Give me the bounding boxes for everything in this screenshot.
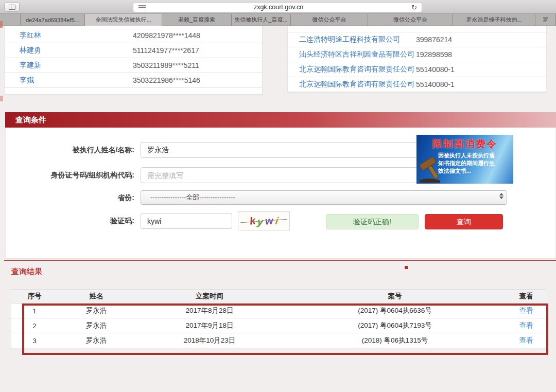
tab-bar: de24a7ad69384ef5... 全国法院失信被执行... 老赖_百度搜索…: [0, 14, 556, 26]
annotation-edge-mark: [0, 96, 3, 101]
result-row: 2 罗永浩 2017年9月18日 (2017) 粤0604执7193号 查看: [11, 318, 547, 333]
person-name-link[interactable]: 李建新: [20, 61, 41, 70]
result-row: 3 罗永浩 2018年10月23日 (2018) 粤06执1315号 查看: [11, 333, 547, 348]
name-input[interactable]: [141, 142, 421, 158]
company-name-link[interactable]: 北京远翰国际教育咨询有限责任公司: [299, 80, 414, 89]
view-link[interactable]: 查看: [519, 336, 533, 344]
person-id: 3503211989****5211: [133, 61, 199, 69]
result-name: 罗永浩: [58, 306, 135, 315]
tab-wechat-2[interactable]: 微信公众平台: [368, 14, 453, 26]
captcha-input[interactable]: [141, 213, 232, 229]
column-header-seq: 序号: [11, 292, 58, 301]
result-date: 2018年10月23日: [135, 336, 284, 345]
result-date: 2017年8月28日: [135, 306, 284, 315]
result-name: 罗永浩: [58, 321, 135, 330]
result-case: (2017) 粤0604执6636号: [284, 306, 506, 315]
results-table: 序号 姓名 立案时间 案号 查看 1 罗永浩 2017年8月28日 (2017)…: [11, 289, 547, 348]
tab-shixin-baidu[interactable]: 失信被执行人_百度...: [232, 14, 291, 26]
url-text: zxgk.court.gov.cn: [146, 4, 411, 11]
company-code: 192898598: [416, 50, 452, 59]
result-name: 罗永浩: [58, 336, 135, 345]
person-list-card: 李红林 4209821978****1448 林建勇 5111241977***…: [4, 26, 263, 95]
column-header-name: 姓名: [58, 292, 135, 301]
company-code: 55140080-1: [416, 80, 455, 88]
company-list-card: 阿坝州富司保源有限公司 71815208-3 712-3 二连浩特明途工程科技有…: [287, 26, 547, 93]
captcha-noise-line: [240, 219, 287, 223]
company-code: 399876214: [416, 35, 452, 44]
annotation-edge-mark: [0, 21, 3, 28]
table-row-clipped: 阿坝州富司保源有限公司 71815208-3 712-3: [288, 26, 546, 32]
person-id: 5111241977****2617: [133, 46, 199, 55]
company-name-link[interactable]: 阿坝州富司保源有限公司: [299, 26, 378, 27]
result-seq: 1: [11, 307, 58, 315]
tab-laolai-baidu[interactable]: 老赖_百度搜索: [162, 14, 232, 26]
table-row: 二连浩特明途工程科技有限公司 399876214: [288, 32, 546, 47]
person-id: 4209821978****1448: [133, 31, 200, 40]
captcha-letter: i: [274, 215, 279, 227]
annotation-dot: [405, 266, 408, 269]
company-name-link[interactable]: 北京远翰国际教育咨询有限责任公司: [299, 65, 414, 74]
person-id: 3503221986****5146: [133, 76, 200, 84]
sidebar-toggle-button[interactable]: [4, 2, 20, 12]
tab-hash-page[interactable]: de24a7ad69384ef5...: [21, 14, 85, 26]
captcha-letter: y: [257, 216, 264, 228]
person-name-link[interactable]: 李红林: [20, 31, 41, 40]
browser-titlebar: zxgk.court.gov.cn ↻: [0, 0, 556, 14]
id-field-label: 身份证号码/组织机构代码:: [6, 167, 134, 183]
gavel-icon: [418, 154, 444, 183]
captcha-field-label: 验证码:: [6, 213, 134, 229]
result-date: 2017年9月18日: [135, 321, 284, 330]
column-header-date: 立案时间: [135, 292, 284, 301]
company-name-link[interactable]: 汕头经济特区吉祥利园食品有限公司: [299, 50, 414, 59]
person-name-link[interactable]: 李娥: [20, 76, 34, 85]
annotation-line: [4, 260, 556, 261]
table-row: 林建勇 5111241977****2617: [5, 43, 262, 58]
result-seq: 3: [11, 337, 58, 345]
sidebar-icon: [9, 5, 15, 10]
column-header-view: 查看: [506, 292, 547, 301]
query-button[interactable]: 查询: [425, 214, 503, 229]
table-row: 汕头经济特区吉祥利园食品有限公司 192898598: [288, 47, 546, 62]
province-selected-value: ----------------全部----------------: [150, 193, 235, 202]
captcha-image[interactable]: k y w i: [238, 211, 290, 230]
tab-luoyonghao-article[interactable]: 罗永浩是锤子科技的...: [453, 14, 535, 26]
results-header-row: 序号 姓名 立案时间 案号 查看: [11, 289, 547, 304]
province-field-label: 省份:: [6, 190, 134, 205]
result-case: (2017) 粤0604执7193号: [284, 321, 506, 330]
tab-zxgk-court-active[interactable]: 全国法院失信被执行...: [85, 14, 162, 26]
restriction-order-banner[interactable]: 限制高消费令 因被执行人未按执行通 知书指定的期间履行生 效法律文书...: [416, 135, 513, 184]
view-link[interactable]: 查看: [519, 307, 533, 314]
result-case: (2018) 粤06执1315号: [284, 336, 506, 345]
query-conditions-header: 查询条件: [5, 112, 556, 128]
province-select[interactable]: ----------------全部----------------: [141, 190, 507, 205]
table-row: 李红林 4209821978****1448: [5, 28, 262, 43]
table-row: 李建新 3503211989****5211: [5, 58, 262, 73]
address-bar[interactable]: zxgk.court.gov.cn ↻: [133, 2, 422, 12]
refresh-icon[interactable]: ↻: [411, 4, 417, 11]
view-link[interactable]: 查看: [519, 322, 533, 329]
person-name-link[interactable]: 林建勇: [20, 46, 41, 55]
captcha-status-badge: 验证码正确!: [326, 214, 419, 229]
name-field-label: 被执行人姓名/名称:: [6, 142, 134, 158]
result-row: 1 罗永浩 2017年8月28日 (2017) 粤0604执6636号 查看: [11, 304, 547, 318]
query-form-panel: 被执行人姓名/名称: 身份证号码/组织机构代码: 省份: -----------…: [5, 128, 556, 259]
id-input[interactable]: [141, 167, 421, 183]
company-code: 55140080-1: [416, 65, 455, 74]
table-row: 北京远翰国际教育咨询有限责任公司 55140080-1: [288, 77, 546, 92]
tab-partial[interactable]: 罗: [535, 14, 556, 26]
tab-bar-spacer: [0, 14, 21, 25]
company-name-link[interactable]: 二连浩特明途工程科技有限公司: [299, 35, 400, 44]
reader-icon[interactable]: [138, 5, 146, 10]
table-row: 北京远翰国际教育咨询有限责任公司 55140080-1: [288, 62, 546, 77]
banner-title: 限制高消费令: [416, 137, 513, 151]
query-results-title: 查询结果: [11, 267, 42, 277]
result-seq: 2: [11, 322, 58, 330]
column-header-case: 案号: [284, 292, 506, 301]
tab-wechat-1[interactable]: 微信公众平台: [291, 14, 368, 26]
select-stepper-icon: [499, 193, 503, 199]
table-row: 李娥 3503221986****5146: [5, 73, 262, 88]
